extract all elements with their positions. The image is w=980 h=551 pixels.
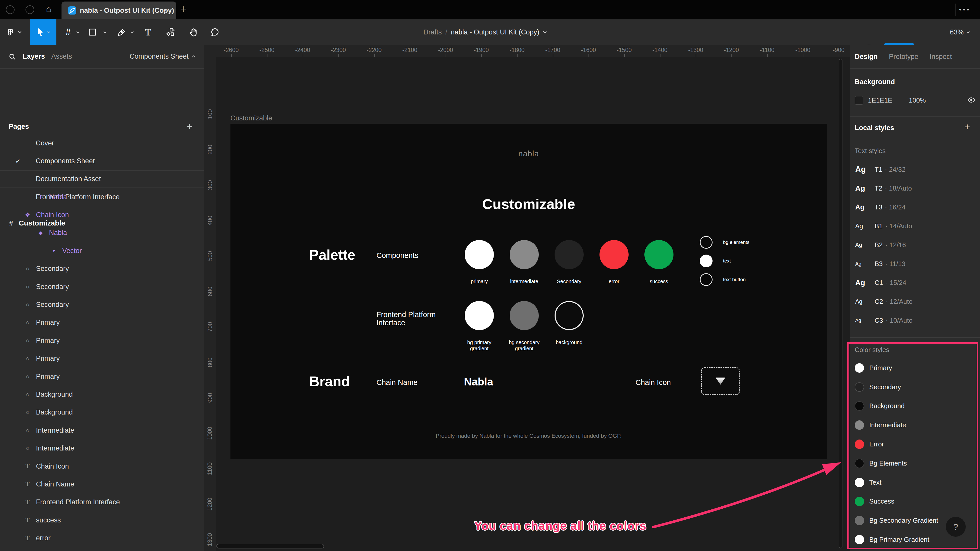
color-style-row[interactable]: Error xyxy=(850,435,980,454)
frame-title-label[interactable]: Customizable xyxy=(231,114,272,122)
page-selector[interactable]: Components Sheet xyxy=(130,52,196,60)
browser-menu-icon[interactable]: ••• xyxy=(959,6,970,14)
color-circle[interactable] xyxy=(700,254,713,267)
file-name[interactable]: nabla - Outpost UI Kit (Copy) xyxy=(451,28,539,36)
tab-assets[interactable]: Assets xyxy=(51,52,72,60)
chain-icon-label[interactable]: Chain Icon xyxy=(635,378,671,387)
layer-row[interactable]: ❖ Chain Icon xyxy=(0,206,204,224)
text-style-row[interactable]: Ag C1 · 15/24 xyxy=(850,273,980,292)
page-row[interactable]: ✓ Components Sheet xyxy=(0,152,204,170)
layer-row[interactable]: T Chain Name xyxy=(0,475,204,493)
chevron-down-icon[interactable] xyxy=(543,31,547,33)
palette-swatch[interactable]: background xyxy=(555,301,584,330)
palette-swatch[interactable]: error xyxy=(600,240,628,269)
layer-row[interactable]: ○ Primary xyxy=(0,332,204,349)
text-style-row[interactable]: Ag T1 · 24/32 xyxy=(850,160,980,179)
color-circle[interactable] xyxy=(555,301,584,330)
palette-swatch[interactable]: Secondary xyxy=(555,240,584,269)
close-icon[interactable]: × xyxy=(164,6,168,15)
layer-row[interactable]: ○ Secondary xyxy=(0,278,204,295)
tab-layers[interactable]: Layers xyxy=(23,52,45,60)
zoom-level-control[interactable]: 63% xyxy=(950,19,970,45)
eye-icon[interactable] xyxy=(967,97,976,103)
breadcrumb-root[interactable]: Drafts xyxy=(423,28,442,36)
figma-menu-button[interactable] xyxy=(4,19,17,45)
chevron-down-icon[interactable] xyxy=(129,19,135,45)
chain-name-label[interactable]: Chain Name xyxy=(376,378,417,387)
chain-icon-placeholder[interactable] xyxy=(701,367,740,395)
layer-row[interactable]: ○ Secondary xyxy=(0,295,204,313)
text-style-row[interactable]: Ag B3 · 11/13 xyxy=(850,254,980,273)
comment-icon[interactable] xyxy=(208,19,221,45)
nabla-logo[interactable]: nabla xyxy=(231,149,827,159)
color-circle[interactable] xyxy=(600,240,628,269)
color-circle[interactable] xyxy=(555,240,584,269)
layer-row[interactable]: ◆ Nabla xyxy=(0,224,204,242)
canvas[interactable]: 1002003004005006007008009001000110012001… xyxy=(204,45,850,551)
background-color-row[interactable]: 1E1E1E 100% xyxy=(855,96,926,105)
panel-tab[interactable]: Inspect xyxy=(930,53,952,61)
color-style-row[interactable]: Background xyxy=(850,397,980,416)
color-circle[interactable] xyxy=(700,236,713,249)
layer-row[interactable]: ○ Primary xyxy=(0,368,204,386)
frame-footer-text[interactable]: Proudly made by Nabla for the whole Cosm… xyxy=(231,433,827,439)
components-label[interactable]: Components xyxy=(376,251,418,260)
home-icon[interactable]: ⌂ xyxy=(46,3,52,14)
palette-swatch[interactable]: intermediate xyxy=(510,240,539,269)
frame-tool-icon[interactable]: # xyxy=(62,19,74,45)
pen-tool-icon[interactable] xyxy=(115,19,128,45)
panel-tab[interactable]: Design xyxy=(855,53,878,61)
text-tool-icon[interactable]: T xyxy=(142,19,154,45)
page-row[interactable]: Documentation Asset xyxy=(0,170,204,188)
shape-tool-icon[interactable] xyxy=(86,19,99,45)
help-button[interactable]: ? xyxy=(946,517,966,537)
layer-row[interactable]: T error xyxy=(0,529,204,547)
color-circle[interactable] xyxy=(644,240,673,269)
layer-row[interactable]: ○ Primary xyxy=(0,314,204,332)
text-style-row[interactable]: Ag T2 · 18/Auto xyxy=(850,179,980,198)
color-style-row[interactable]: Primary xyxy=(850,359,980,378)
window-control-icon[interactable] xyxy=(25,5,34,14)
text-style-row[interactable]: Ag B2 · 12/16 xyxy=(850,235,980,254)
layer-row[interactable]: T Nabla xyxy=(0,188,204,206)
text-style-row[interactable]: Ag T3 · 16/24 xyxy=(850,198,980,217)
mini-swatch[interactable]: bg elements xyxy=(700,236,749,249)
color-style-row[interactable]: Secondary xyxy=(850,378,980,397)
mini-swatch[interactable]: text xyxy=(700,254,749,267)
search-icon[interactable] xyxy=(9,53,16,61)
layer-row[interactable]: ○ Background xyxy=(0,386,204,403)
color-style-row[interactable]: Success xyxy=(850,492,980,511)
horizontal-scrollbar[interactable] xyxy=(216,544,324,548)
new-tab-button[interactable]: + xyxy=(180,3,186,15)
text-style-row[interactable]: Ag C3 · 10/Auto xyxy=(850,311,980,330)
palette-swatch[interactable]: success xyxy=(644,240,673,269)
chevron-down-icon[interactable] xyxy=(102,19,108,45)
layer-row[interactable]: T Frontend Platform Interface xyxy=(0,493,204,511)
layer-row[interactable]: ○ Intermediate xyxy=(0,439,204,457)
color-style-row[interactable]: Text xyxy=(850,473,980,492)
color-circle[interactable] xyxy=(465,240,494,269)
vertical-scrollbar[interactable] xyxy=(839,59,842,548)
background-hex-value[interactable]: 1E1E1E xyxy=(868,97,909,104)
layer-row[interactable]: ○ Intermediate xyxy=(0,421,204,439)
layer-row[interactable]: ○ Background xyxy=(0,403,204,421)
palette-swatch[interactable]: bg primary gradient xyxy=(465,301,494,330)
chevron-down-icon[interactable] xyxy=(17,19,22,45)
chevron-down-icon[interactable] xyxy=(75,19,81,45)
add-page-button[interactable]: + xyxy=(187,121,192,132)
window-control-icon[interactable] xyxy=(6,5,14,14)
color-circle[interactable] xyxy=(510,301,539,330)
layer-row[interactable]: ○ Secondary xyxy=(0,260,204,278)
color-style-row[interactable]: Intermediate xyxy=(850,416,980,435)
frontend-platform-interface-label[interactable]: Frontend Platform Interface xyxy=(376,310,440,327)
color-circle[interactable] xyxy=(510,240,539,269)
color-circle[interactable] xyxy=(700,273,713,286)
background-opacity-value[interactable]: 100% xyxy=(909,97,926,104)
resources-icon[interactable] xyxy=(164,19,178,45)
panel-tab[interactable]: Prototype xyxy=(889,53,918,61)
add-style-button[interactable]: + xyxy=(964,121,970,132)
layer-row[interactable]: ▼ Vector xyxy=(0,242,204,260)
color-style-row[interactable]: Bg Elements xyxy=(850,454,980,473)
palette-swatch[interactable]: primary xyxy=(465,240,494,269)
chain-name-value[interactable]: Nabla xyxy=(464,376,493,388)
